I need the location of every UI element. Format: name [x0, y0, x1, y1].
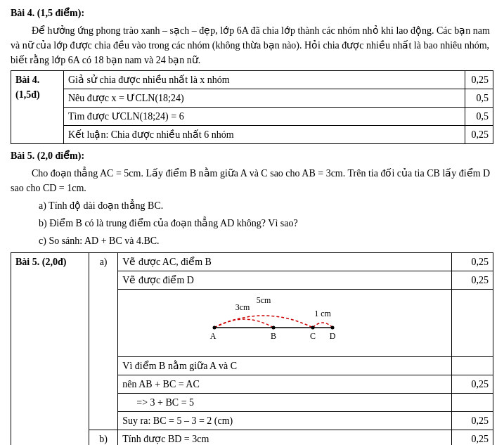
bai5-a-score1: 0,25 [451, 253, 493, 271]
bai5-a-line5: nên AB + BC = AC [118, 375, 452, 394]
bai5-label: Bài 5. (2,0đ) [11, 253, 89, 446]
point-C-label: C [310, 331, 316, 341]
bai5-a-score5: 0,25 [451, 375, 493, 394]
bai5-item-a: a) Tính độ dài đoạn thẳng BC. [39, 198, 493, 213]
bai5-a-score2: 0,25 [451, 271, 493, 290]
bai4-score4: 0,25 [465, 126, 493, 144]
svg-point-1 [213, 326, 217, 330]
bai5-item-c: c) So sánh: AD + BC và 4.BC. [39, 233, 493, 248]
bai5-sub-a: a) [89, 253, 117, 430]
bai5-a-line6: => 3 + BC = 5 [118, 394, 452, 412]
bai5-a-line4: Vì điểm B nằm giữa A và C [118, 357, 452, 375]
table-row: Nêu được x = ƯCLN(18;24) 0,5 [11, 89, 493, 108]
table-row: Kết luận: Chia được nhiều nhất 6 nhóm 0,… [11, 126, 493, 144]
table-row: Tìm được ƯCLN(18;24) = 6 0,5 [11, 108, 493, 126]
bai5-a-line1: Vẽ được AC, điểm B [118, 253, 452, 271]
bai4-row2: Nêu được x = ƯCLN(18;24) [64, 89, 465, 108]
bai4-row4: Kết luận: Chia được nhiều nhất 6 nhóm [64, 126, 465, 144]
bai5-text: Cho đoạn thẳng AC = 5cm. Lấy điểm B nằm … [11, 166, 493, 195]
segment-diagram: 5cm 3cm 1 cm A B C [118, 298, 451, 351]
diagram-svg: 5cm 3cm 1 cm A B C [172, 298, 397, 351]
label-1cm: 1 cm [314, 309, 331, 318]
bai5-diagram-cell: 5cm 3cm 1 cm A B C [118, 290, 452, 357]
bai5-diagram-score [451, 290, 493, 357]
bai5-a-score4 [451, 357, 493, 375]
table-row: Bài 4. (1,5đ) Giả sử chia được nhiều nhấ… [11, 71, 493, 89]
bai5-a-score6 [451, 394, 493, 412]
svg-point-3 [311, 326, 315, 330]
bai4-label: Bài 4. (1,5đ) [11, 71, 64, 144]
table-row-a: Bài 5. (2,0đ) a) Vẽ được AC, điểm B 0,25 [11, 253, 493, 271]
svg-point-4 [331, 326, 335, 330]
point-D-label: D [330, 331, 336, 341]
bai4-text: Để hưởng ứng phong trào xanh – sạch – đẹ… [11, 23, 493, 67]
bai5-a-line7: Suy ra: BC = 5 – 3 = 2 (cm) [118, 412, 452, 430]
bai4-row1: Giả sử chia được nhiều nhất là x nhóm [64, 71, 465, 89]
bai5-item-b: b) Điểm B có là trung điểm của đoạn thẳn… [39, 216, 493, 231]
bai4-title: Bài 4. (1,5 điểm): [11, 7, 493, 19]
label-5cm: 5cm [257, 295, 271, 305]
bai4-score1: 0,25 [465, 71, 493, 89]
bai4-score3: 0,5 [465, 108, 493, 126]
bai5-a-line2: Vẽ được điểm D [118, 271, 452, 290]
point-B-label: B [271, 331, 276, 341]
bai4-score2: 0,5 [465, 89, 493, 108]
bai4-table: Bài 4. (1,5đ) Giả sử chia được nhiều nhấ… [11, 70, 493, 144]
bai5-b-line1: Tính được BD = 3cm [118, 430, 452, 446]
bai5-sub-b: b) [89, 430, 117, 446]
bai5-title: Bài 5. (2,0 điểm): [11, 150, 493, 162]
svg-point-2 [272, 326, 276, 330]
bai4-row3: Tìm được ƯCLN(18;24) = 6 [64, 108, 465, 126]
bai5-table: Bài 5. (2,0đ) a) Vẽ được AC, điểm B 0,25… [11, 252, 493, 445]
point-A-label: A [210, 331, 217, 341]
bai5-a-score7: 0,25 [451, 412, 493, 430]
bai5-section: Bài 5. (2,0 điểm): Cho đoạn thẳng AC = 5… [11, 150, 493, 445]
bai4-section: Bài 4. (1,5 điểm): Để hưởng ứng phong tr… [11, 7, 493, 144]
label-3cm: 3cm [235, 302, 250, 312]
bai5-b-score1: 0,25 [451, 430, 493, 446]
